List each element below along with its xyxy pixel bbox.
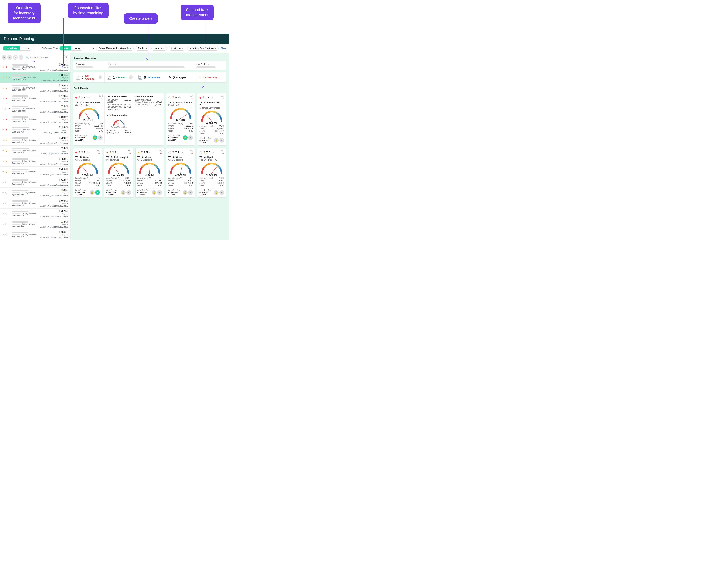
status-icon: ◯ [168, 151, 171, 154]
graystar-icon: ★ [2, 118, 4, 121]
graystar-icon: ★ [2, 170, 4, 173]
lock-button[interactable]: 🔒 [121, 190, 126, 195]
status-icon: ◆ [199, 96, 201, 99]
tab-days[interactable]: Days [60, 46, 71, 50]
tank-gauge: 4,098.9G [75, 163, 100, 176]
filter-customer[interactable]: Customer▾ [169, 46, 185, 51]
flag-button[interactable]: ⚑ [188, 190, 193, 195]
dr-chip: DR [65, 105, 68, 107]
hourglass-icon: ⌛ [59, 63, 61, 66]
hourglass-icon: ⌛ [61, 105, 63, 108]
locations-toolbar: ⚑ ↶ ⇅ ⇕ 🔍 🗺 [0, 53, 70, 62]
location-row[interactable]: ★◆ Delivery Window: 12pm and 2pm ⌛ 0.5 D… [0, 62, 70, 72]
lock-button[interactable]: 🔒 [183, 135, 187, 140]
tank-card-t6[interactable]: ◯ ⌛ 7.1Days DR✕ T6 - #2 Clear Clear Dies… [166, 148, 195, 198]
flag-button[interactable]: ⚑ [157, 190, 162, 195]
filter-icon[interactable]: ▾ [93, 47, 94, 50]
flag-button[interactable]: ⚑ [95, 190, 100, 195]
location-name-placeholder [12, 96, 28, 97]
inventory-mini-gauge: Physical Pump Stop [106, 119, 131, 128]
filter-location[interactable]: Location▾ [151, 46, 166, 51]
tab-locations[interactable]: Locations [3, 46, 20, 50]
flag-tool-icon[interactable]: ⚑ [2, 55, 6, 60]
annot-dot-2 [62, 65, 64, 67]
status-not-created[interactable]: DR✕ 3 Not Created ↻ [73, 72, 105, 82]
filter-inventory[interactable]: Inventory Data Captured▾ [187, 46, 219, 51]
filter-carrier[interactable]: Carrier Managed Locations 1+ ▾ [96, 46, 134, 51]
flag-button[interactable]: ⚑ [188, 135, 193, 140]
list-icon[interactable]: ≡ [129, 75, 133, 79]
undo-tool-icon[interactable]: ↶ [7, 55, 12, 60]
location-name-placeholder [12, 200, 28, 202]
dr-badge-icon: DR✕ [76, 75, 80, 80]
dr-chip: DR [65, 158, 68, 160]
location-row[interactable]: ★◆ Delivery Window: 12pm and 2pm ⌛ 2.2 D… [0, 114, 70, 125]
lock-button[interactable]: 🔒 [93, 135, 97, 140]
status-icon: ◯ [168, 96, 171, 99]
lock-button[interactable]: 🔒 [90, 190, 95, 195]
location-row[interactable]: ★▲ Delivery Window: 7am and 9am ⌛ 4.2 DR… [0, 156, 70, 167]
lock-button[interactable]: 🔒 [152, 190, 157, 195]
status-created[interactable]: DR✓ 1 Created ≡ [105, 72, 136, 82]
tank-gauge: 2,976.3G [75, 108, 102, 122]
search-input[interactable] [30, 56, 62, 59]
status-icon: ◆ [75, 151, 77, 154]
status-strip: DR✕ 3 Not Created ↻ DR✓ 1 Created ≡ DR▦ … [73, 72, 226, 83]
location-row[interactable]: ★◯ Delivery Window: 4pm and 6pm ⌛ 8 DR D… [0, 219, 70, 229]
location-row[interactable]: ★▲ Delivery Window: 6am and 9am ⌛ 4.3 DR… [0, 167, 70, 177]
hourglass-icon: ⌛ [202, 96, 204, 99]
tank-card-t8[interactable]: ◯ ⌛ 8Days DR✕ T8 - 91 Oct w/ 10% Eth Pre… [166, 93, 195, 146]
flag-button[interactable]: ⚑ [219, 190, 224, 195]
location-row[interactable]: ★▲ Delivery Window: 12pm and 2pm ⌛ 3.5 D… [0, 83, 70, 93]
location-row[interactable]: ★◯ Delivery Window: 4pm and 6pm ⌛ 8 DR D… [0, 188, 70, 198]
location-row[interactable]: ★▲ Delivery Window: 7am and 9am ⌛ 4 DR D… [0, 146, 70, 156]
location-row[interactable]: ★◯ Delivery Window: 6am and 9am ⌛ 9.5 DR… [0, 229, 70, 240]
tab-hours[interactable]: Hours [71, 46, 83, 50]
tank-card-t2[interactable]: ◆ ⌛ 2.4Days DR✕ T2 - #2 Clear Clear Dies… [73, 148, 102, 198]
status-connectivity[interactable]: ⊘ Connectivity [196, 72, 226, 82]
tank-card-t5[interactable]: ▲ ⌛ 3.5Days DR✕ T5 - #2 Clear Clear Dies… [135, 148, 164, 198]
annot-forecast: Forecasted sites by time remaining [68, 3, 108, 18]
lock-button[interactable]: 🔒 [214, 190, 219, 195]
location-row[interactable]: ★◯ Delivery Window: 6am and 9am ⌛ 9.5 DR… [0, 198, 70, 209]
status-flagged[interactable]: ⚑ 0 Flagged [166, 72, 196, 82]
lock-button[interactable]: 🔒 [214, 138, 219, 143]
refresh-icon[interactable]: ↻ [99, 75, 102, 79]
tab-loads[interactable]: Loads [20, 46, 32, 50]
location-row[interactable]: ★◆ Delivery Window: 6am and 10am ⌛ 1.9 D… [0, 93, 70, 104]
map-view-icon[interactable]: 🗺 [64, 55, 68, 60]
search-icon: 🔍 [25, 56, 28, 59]
tank-gauge: 4,070.5G [199, 163, 224, 176]
tank-card-t4[interactable]: ◆ ⌛ 2.9Days DR✓ T4 - #2 Clear w/ additiv… [73, 93, 164, 146]
expand-tool-icon[interactable]: ⇕ [19, 55, 23, 60]
dr-chip: DR [65, 179, 68, 181]
tank-gauge: 3,614G [137, 163, 162, 176]
flag-button[interactable]: ⚑ [219, 138, 224, 143]
svg-line-6 [206, 115, 212, 121]
location-name-placeholder [12, 75, 29, 76]
location-name-placeholder [12, 169, 28, 170]
status-schedules[interactable]: DR▦ 0 Schedules [136, 72, 166, 82]
tank-card-t1[interactable]: ◆ ⌛ 1.9Days DR✕ T1 - 87 Oxy w/ 10% Eth M… [197, 93, 226, 146]
location-row[interactable]: ★◯⚑ Delivery Window: 12pm and 2pm ⌛ 2 DR… [0, 104, 70, 114]
location-row[interactable]: ★◯ Delivery Window: 7am and 8am ⌛ 6.2 DR… [0, 177, 70, 188]
status-icon: ◆ [106, 151, 108, 154]
location-name-placeholder [12, 221, 28, 223]
overview-lastdelivery-value [197, 66, 216, 68]
lock-button[interactable]: 🔒 [183, 190, 187, 195]
clear-filters-link[interactable]: Clear [221, 47, 226, 50]
flag-button[interactable]: ⚑ [126, 190, 131, 195]
tank-card-t7[interactable]: ◯ ⌛ 7.5Days DR✕ T7 - #2 Dyed Red Dye Die… [197, 148, 226, 198]
location-row[interactable]: ★▲ Delivery Window: 6am and 9am ⌛ 3.9 DR… [0, 135, 70, 146]
tank-card-t3[interactable]: ◆ ⌛ 2.6Days DR✕ T3 - 91 PNL straight Pre… [104, 148, 133, 198]
hourglass-icon: ⌛ [59, 95, 61, 97]
sort-tool-icon[interactable]: ⇅ [13, 55, 18, 60]
location-row[interactable]: ★◆ Delivery Window: 7am and 9am ⌛ 2.8 DR… [0, 125, 70, 135]
tank-gauge: 2,526.7G [168, 163, 193, 176]
location-row[interactable]: ★◯ Delivery Window: 7am and 8am ⌛ 6.2 DR… [0, 209, 70, 219]
svg-marker-3 [118, 123, 119, 124]
flag-button[interactable]: ⚑ [98, 135, 102, 140]
sales-info-title: Sales Information [135, 95, 162, 98]
filter-region[interactable]: Region▾ [136, 46, 149, 51]
location-row[interactable]: ★▲⚑ Delivery Window: 12pm and 2pm ⌛ 3.1 … [0, 72, 70, 83]
